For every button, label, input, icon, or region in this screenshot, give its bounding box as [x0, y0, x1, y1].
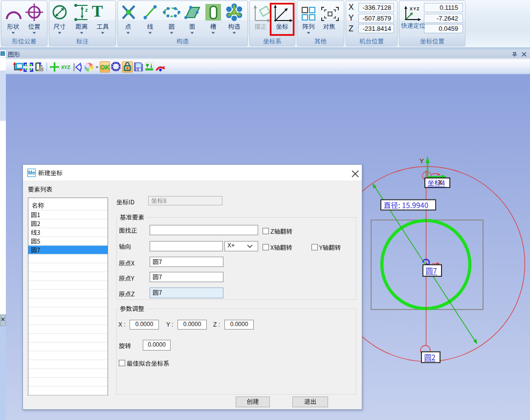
svg-text:z: z: [85, 7, 88, 13]
svg-text:Z: Z: [349, 24, 353, 33]
svg-text:T: T: [92, 2, 103, 20]
svg-text:X: X: [438, 178, 443, 186]
svg-text:Y: Y: [420, 157, 424, 165]
svg-text:X: X: [349, 3, 354, 11]
svg-text:XYZ: XYZ: [410, 6, 420, 11]
svg-text:Y: Y: [349, 14, 354, 22]
svg-text:OK: OK: [100, 64, 110, 71]
svg-text:XYZ: XYZ: [61, 65, 70, 70]
